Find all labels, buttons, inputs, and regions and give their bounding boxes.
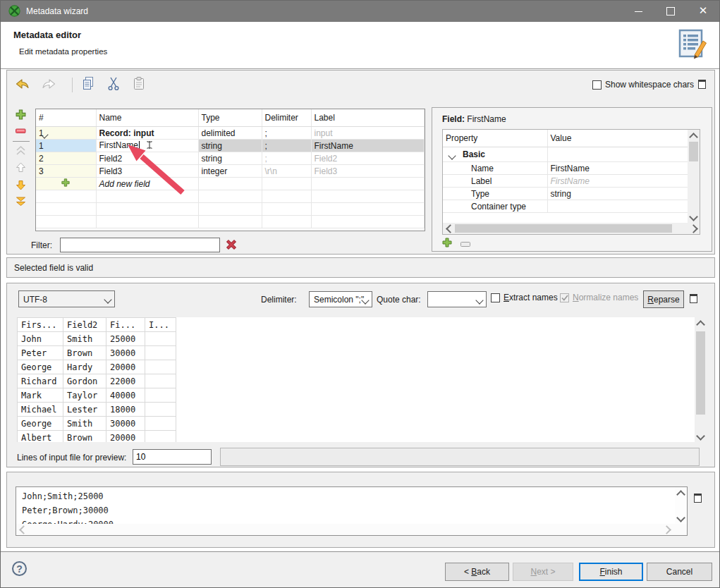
record-name[interactable]: Record: input [96,127,198,140]
field-type[interactable]: string [198,140,262,152]
field-num[interactable]: 2 [36,152,96,165]
minimize-button[interactable] [622,1,654,22]
preview-vscrollbar[interactable] [695,317,707,442]
field-num[interactable]: 1 [36,140,96,152]
property-hscrollbar[interactable] [443,223,700,234]
footer-bar: ? < Back Next > Finish Cancel [1,551,719,588]
remove-property-button[interactable] [458,240,473,247]
field-label[interactable]: Field3 [311,165,425,178]
field-name[interactable]: Field2 [96,152,198,165]
move-bottom-button[interactable] [13,197,28,208]
scroll-right-arrow[interactable] [688,223,700,234]
raw-preview-box[interactable]: John;Smith;25000 Peter;Brown;30000 Georg… [16,486,688,536]
finish-button[interactable]: Finish [579,563,643,581]
charset-select[interactable]: UTF-8 [18,290,115,307]
field-row-selected[interactable]: 1 FirstName string ; FirstName [36,140,425,152]
field-row[interactable]: 2 Field2 string ; Field2 [36,152,425,165]
field-row[interactable]: 3 Field3 integer \r\n Field3 [36,165,425,178]
preview-row: JohnSmith25000 [18,332,176,346]
cut-button[interactable] [105,77,122,92]
property-value[interactable] [547,200,688,213]
add-new-field-row[interactable]: Add new field [36,178,425,190]
move-down-button[interactable] [13,180,28,192]
move-up-button[interactable] [13,162,28,174]
record-delimiter[interactable]: ; [262,127,311,140]
next-button[interactable]: Next > [513,563,573,581]
scroll-down-arrow[interactable] [688,211,700,223]
property-row[interactable]: Container type [443,200,688,213]
field-delimiter[interactable]: \r\n [262,165,311,178]
record-row[interactable]: 1 Record: input delimited ; input [36,127,425,140]
reparse-button[interactable]: Reparse [643,290,684,308]
close-button[interactable]: ✕ [687,1,719,22]
window-title: Metadata wizard [26,6,88,16]
move-top-button[interactable] [13,146,28,157]
field-delimiter[interactable]: ; [262,152,311,165]
property-vscrollbar[interactable] [688,130,700,223]
clear-filter-button[interactable] [226,239,237,252]
field-num[interactable]: 3 [36,165,96,178]
property-row[interactable]: Label FirstName [443,175,688,188]
add-field-button[interactable] [13,109,28,122]
scroll-up-arrow[interactable] [688,130,700,142]
scroll-up-arrow[interactable] [695,317,707,329]
field-detail-value: FirstName [467,114,506,124]
scroll-left-arrow[interactable] [16,524,28,536]
field-label[interactable]: FirstName [311,140,425,152]
undo-button[interactable] [14,78,31,93]
back-button[interactable]: < Back [445,563,509,581]
delimiter-select[interactable]: Semicolon ";" [309,291,372,307]
raw-vscrollbar[interactable] [675,487,687,524]
field-name[interactable]: Field3 [96,165,198,178]
col-num: # [36,109,96,127]
scroll-thumb[interactable] [696,331,705,415]
scroll-up-arrow[interactable] [675,487,687,499]
extract-names-checkbox[interactable]: Extract names [491,293,558,302]
field-delimiter[interactable]: ; [262,140,311,152]
fields-table-header: # Name Type Delimiter Label [36,109,425,127]
record-label[interactable]: input [311,127,425,140]
scroll-left-arrow[interactable] [443,223,455,234]
property-row[interactable]: Type string [443,188,688,200]
add-new-field-label[interactable]: Add new field [96,178,198,190]
maximize-panel-icon[interactable] [694,494,702,503]
record-type[interactable]: delimited [198,127,262,140]
quote-char-select[interactable] [427,291,487,307]
paste-button[interactable] [130,77,147,92]
property-value[interactable]: string [547,188,688,200]
preview-row: RichardGordon22000 [18,374,176,388]
arrow-up-icon [16,162,26,175]
add-property-button[interactable] [439,238,455,249]
field-type[interactable]: string [198,152,262,165]
move-divider [13,141,30,142]
progress-strip [220,448,700,466]
property-value[interactable]: FirstName [547,175,688,188]
scroll-right-arrow[interactable] [661,524,673,536]
field-name-editing[interactable]: FirstName [96,140,198,152]
field-label[interactable]: Field2 [311,152,425,165]
show-whitespace-checkbox[interactable]: Show whitespace chars [592,80,694,90]
add-row-plus-icon[interactable] [61,179,70,189]
raw-hscrollbar[interactable] [16,524,687,535]
redo-button[interactable] [40,78,57,93]
maximize-panel-icon[interactable] [690,294,697,303]
property-group-row[interactable]: Basic [443,147,688,162]
remove-field-button[interactable] [13,126,28,136]
cancel-button[interactable]: Cancel [647,563,712,581]
copy-button[interactable] [80,77,97,92]
preview-lines-input[interactable] [133,449,212,465]
help-button[interactable]: ? [12,561,27,576]
collapse-basic-icon[interactable] [448,152,456,159]
scroll-thumb[interactable] [455,224,672,233]
scroll-down-arrow[interactable] [675,512,687,524]
field-type[interactable]: integer [198,165,262,178]
scroll-down-arrow[interactable] [695,430,707,442]
data-preview-area: Firs... Field2 Fi... I... JohnSmith25000… [17,317,707,442]
property-row[interactable]: Name FirstName [443,162,688,175]
scroll-thumb[interactable] [689,142,698,161]
metadata-wizard-window: Metadata wizard ✕ Metadata editor Edit m… [0,0,720,588]
property-value[interactable]: FirstName [547,162,688,175]
maximize-panel-icon[interactable] [698,80,706,89]
filter-input[interactable] [60,238,220,252]
maximize-button[interactable] [654,1,687,22]
